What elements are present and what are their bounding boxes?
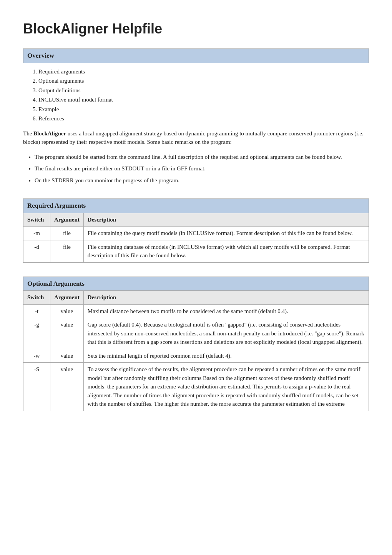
col-description-header: Description	[83, 291, 369, 305]
toc-item: Required arguments	[38, 67, 369, 76]
required-args-header: Required Arguments	[23, 198, 369, 213]
remark-item: On the STDERR you can monitor the progre…	[35, 176, 369, 185]
overview-header: Overview	[23, 48, 369, 63]
optional-args-header: Optional Arguments	[23, 277, 369, 291]
intro-text: uses a local ungapped alignment strategy…	[23, 130, 364, 145]
toc-item: Output definitions	[38, 86, 369, 95]
description-cell: File containing database of models (in I…	[83, 240, 369, 262]
description-cell: To assess the significance of the result…	[83, 363, 369, 411]
col-description-header: Description	[83, 213, 369, 227]
required-args-section: Required Arguments Switch Argument Descr…	[23, 198, 369, 263]
switch-cell: -g	[23, 318, 50, 349]
argument-cell: file	[50, 240, 84, 262]
remark-item: The final results are printed either on …	[35, 164, 369, 173]
remark-item: The program should be started from the c…	[35, 153, 369, 162]
description-cell: Maximal distance between two motifs to b…	[83, 304, 369, 318]
description-cell: Sets the minimal length of reported comm…	[83, 349, 369, 363]
toc-item: Example	[38, 105, 369, 114]
col-switch-header: Switch	[23, 291, 50, 305]
argument-cell: file	[50, 227, 84, 240]
toc-list: Required arguments Optional arguments Ou…	[38, 67, 369, 123]
table-row: -d file File containing database of mode…	[23, 240, 369, 262]
optional-args-section: Optional Arguments Switch Argument Descr…	[23, 277, 369, 411]
table-row: -w value Sets the minimal length of repo…	[23, 349, 369, 363]
argument-cell: value	[50, 304, 84, 318]
argument-cell: value	[50, 318, 84, 349]
col-argument-header: Argument	[50, 213, 84, 227]
table-row: -t value Maximal distance between two mo…	[23, 304, 369, 318]
intro-bold: BlockAligner	[33, 130, 66, 137]
table-row: -S value To assess the significance of t…	[23, 363, 369, 411]
toc-item: References	[38, 114, 369, 123]
required-args-table: Switch Argument Description -m file File…	[23, 213, 369, 263]
page-title: BlockAligner Helpfile	[23, 18, 369, 39]
argument-cell: value	[50, 363, 84, 411]
toc-item: INCLUSive motif model format	[38, 95, 369, 104]
toc-item: Optional arguments	[38, 77, 369, 85]
argument-cell: value	[50, 349, 84, 363]
table-row: -m file File containing the query motif …	[23, 227, 369, 240]
description-cell: Gap score (default 0.4). Because a biolo…	[83, 318, 369, 349]
optional-args-table: Switch Argument Description -t value Max…	[23, 290, 369, 411]
switch-cell: -d	[23, 240, 50, 262]
table-row: -g value Gap score (default 0.4). Becaus…	[23, 318, 369, 349]
switch-cell: -t	[23, 304, 50, 318]
switch-cell: -w	[23, 349, 50, 363]
optional-args-thead-row: Switch Argument Description	[23, 291, 369, 305]
intro-paragraph: The BlockAligner uses a local ungapped a…	[23, 129, 369, 147]
col-switch-header: Switch	[23, 213, 50, 227]
switch-cell: -m	[23, 227, 50, 240]
description-cell: File containing the query motif models (…	[83, 227, 369, 240]
remarks-list: The program should be started from the c…	[35, 153, 369, 185]
switch-cell: -S	[23, 363, 50, 411]
overview-section: Overview Required arguments Optional arg…	[23, 48, 369, 185]
col-argument-header: Argument	[50, 291, 84, 305]
required-args-thead-row: Switch Argument Description	[23, 213, 369, 227]
